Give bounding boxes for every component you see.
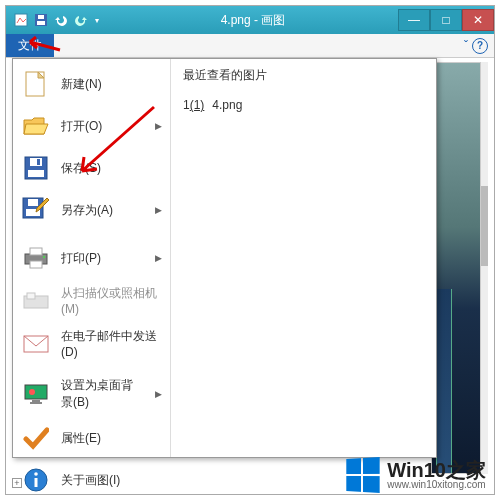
menu-label: 设置为桌面背景(B) [61, 377, 143, 411]
menu-new[interactable]: 新建(N) [13, 63, 170, 105]
ribbon-caret-icon[interactable]: ˇ [464, 39, 468, 53]
menu-label: 另存为(A) [61, 202, 143, 219]
menu-print[interactable]: 打印(P) ▶ [13, 237, 170, 279]
submenu-arrow-icon: ▶ [155, 389, 162, 399]
file-menu-list: 新建(N) 打开(O) ▶ 保存(S) 另存为(A) ▶ [13, 59, 171, 457]
recent-file-item[interactable]: 1(1) 4.png [183, 94, 424, 116]
submenu-arrow-icon: ▶ [155, 205, 162, 215]
file-menu-dropdown: 新建(N) 打开(O) ▶ 保存(S) 另存为(A) ▶ [12, 58, 437, 458]
recent-files-panel: 最近查看的图片 1(1) 4.png [171, 59, 436, 457]
svg-rect-14 [30, 261, 42, 268]
svg-rect-21 [32, 400, 40, 402]
recent-file-name: 4.png [212, 98, 242, 112]
recent-index: 1(1) [183, 98, 204, 112]
menu-save[interactable]: 保存(S) [13, 147, 170, 189]
watermark-title: Win10之家 [387, 460, 486, 480]
svg-rect-2 [37, 21, 45, 25]
save-icon[interactable] [32, 11, 50, 29]
menu-about[interactable]: 关于画图(I) [13, 459, 170, 500]
svg-rect-6 [28, 170, 44, 177]
title-bar: ▾ 4.png - 画图 — □ ✕ [6, 6, 494, 34]
svg-rect-17 [27, 293, 35, 299]
folder-open-icon [21, 111, 51, 141]
scanner-icon [21, 286, 51, 316]
save-icon [21, 153, 51, 183]
svg-rect-25 [35, 478, 38, 487]
menu-label: 打印(P) [61, 250, 143, 267]
svg-point-15 [43, 256, 45, 258]
svg-point-23 [29, 389, 35, 395]
window-title: 4.png - 画图 [108, 12, 398, 29]
watermark: Win10之家 www.win10xitong.com [345, 458, 486, 492]
qat-dropdown-icon[interactable]: ▾ [92, 16, 102, 25]
menu-properties[interactable]: 属性(E) [13, 417, 170, 459]
check-icon [21, 423, 51, 453]
menu-label: 打开(O) [61, 118, 143, 135]
ribbon-tabs: 文件 ˇ ? [6, 34, 494, 58]
watermark-url: www.win10xitong.com [387, 480, 486, 490]
info-icon [21, 465, 51, 495]
file-tab[interactable]: 文件 [6, 34, 54, 57]
menu-label: 新建(N) [61, 76, 162, 93]
svg-rect-8 [37, 159, 40, 165]
submenu-arrow-icon: ▶ [155, 253, 162, 263]
menu-label: 保存(S) [61, 160, 162, 177]
scrollbar-thumb[interactable] [481, 186, 488, 266]
svg-rect-19 [25, 385, 47, 399]
save-as-icon [21, 195, 51, 225]
menu-from-scanner[interactable]: 从扫描仪或照相机(M) [13, 279, 170, 322]
minimize-button[interactable]: — [398, 9, 430, 31]
menu-send-email[interactable]: 在电子邮件中发送(D) [13, 322, 170, 365]
submenu-arrow-icon: ▶ [155, 121, 162, 131]
menu-label: 在电子邮件中发送(D) [61, 328, 162, 359]
undo-icon[interactable] [52, 11, 70, 29]
svg-rect-22 [30, 402, 42, 404]
svg-rect-13 [30, 248, 42, 255]
svg-rect-3 [38, 15, 44, 19]
menu-save-as[interactable]: 另存为(A) ▶ [13, 189, 170, 231]
svg-point-26 [34, 472, 38, 476]
email-icon [21, 329, 51, 359]
status-button[interactable]: + [12, 478, 22, 488]
canvas-image [432, 63, 480, 473]
new-icon [21, 69, 51, 99]
canvas[interactable] [431, 62, 481, 474]
redo-icon[interactable] [72, 11, 90, 29]
menu-label: 属性(E) [61, 430, 162, 447]
vertical-scrollbar[interactable] [481, 62, 488, 474]
recent-heading: 最近查看的图片 [183, 67, 424, 84]
maximize-button[interactable]: □ [430, 9, 462, 31]
close-button[interactable]: ✕ [462, 9, 494, 31]
menu-set-wallpaper[interactable]: 设置为桌面背景(B) ▶ [13, 371, 170, 417]
menu-label: 从扫描仪或照相机(M) [61, 285, 162, 316]
help-icon[interactable]: ? [472, 38, 488, 54]
printer-icon [21, 243, 51, 273]
menu-open[interactable]: 打开(O) ▶ [13, 105, 170, 147]
svg-rect-11 [28, 199, 38, 206]
windows-logo-icon [347, 457, 380, 493]
quick-access-toolbar: ▾ [6, 11, 108, 29]
app-icon[interactable] [12, 11, 30, 29]
menu-label: 关于画图(I) [61, 472, 162, 489]
svg-rect-7 [30, 158, 42, 166]
desktop-icon [21, 379, 51, 409]
